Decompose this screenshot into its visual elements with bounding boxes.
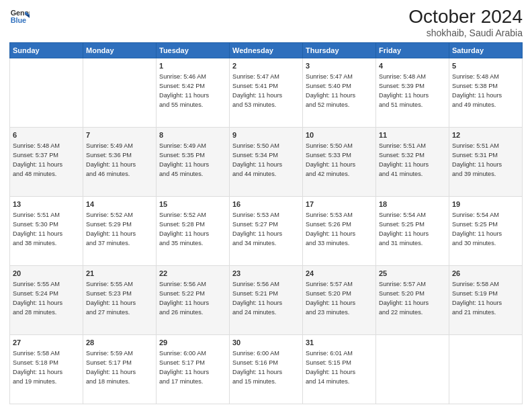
table-row: 22Sunrise: 5:56 AM Sunset: 5:22 PM Dayli… [157, 265, 230, 334]
svg-text:Blue: Blue [11, 16, 26, 24]
cell-info: Sunrise: 5:49 AM Sunset: 5:36 PM Dayligh… [86, 142, 153, 179]
cell-info: Sunrise: 5:55 AM Sunset: 5:24 PM Dayligh… [13, 280, 80, 317]
col-header-tuesday: Tuesday [157, 42, 230, 58]
cell-info: Sunrise: 5:55 AM Sunset: 5:23 PM Dayligh… [86, 280, 153, 317]
cell-info: Sunrise: 5:56 AM Sunset: 5:21 PM Dayligh… [232, 280, 300, 317]
table-row: 15Sunrise: 5:52 AM Sunset: 5:28 PM Dayli… [157, 196, 230, 265]
table-row: 23Sunrise: 5:56 AM Sunset: 5:21 PM Dayli… [230, 265, 303, 334]
cell-info: Sunrise: 5:56 AM Sunset: 5:22 PM Dayligh… [159, 280, 226, 317]
calendar-table: SundayMondayTuesdayWednesdayThursdayFrid… [9, 42, 523, 404]
cell-info: Sunrise: 5:50 AM Sunset: 5:34 PM Dayligh… [232, 142, 300, 179]
col-header-saturday: Saturday [449, 42, 523, 58]
day-number: 11 [379, 130, 446, 140]
col-header-friday: Friday [376, 42, 449, 58]
day-number: 1 [159, 61, 226, 71]
cell-info: Sunrise: 5:48 AM Sunset: 5:38 PM Dayligh… [452, 73, 519, 109]
cell-info: Sunrise: 5:53 AM Sunset: 5:27 PM Dayligh… [232, 211, 300, 248]
cell-info: Sunrise: 5:49 AM Sunset: 5:35 PM Dayligh… [159, 142, 226, 179]
day-number: 31 [306, 338, 373, 348]
day-number: 24 [306, 269, 373, 279]
table-row: 19Sunrise: 5:54 AM Sunset: 5:25 PM Dayli… [449, 196, 523, 265]
day-number: 13 [13, 199, 80, 210]
day-number: 5 [452, 61, 519, 71]
table-row: 9Sunrise: 5:50 AM Sunset: 5:34 PM Daylig… [230, 127, 303, 196]
cell-info: Sunrise: 5:58 AM Sunset: 5:18 PM Dayligh… [13, 349, 80, 386]
col-header-monday: Monday [83, 42, 157, 58]
table-row: 13Sunrise: 5:51 AM Sunset: 5:30 PM Dayli… [10, 196, 83, 265]
day-number: 25 [379, 269, 446, 279]
day-number: 21 [86, 269, 153, 279]
day-number: 8 [159, 130, 226, 140]
cell-info: Sunrise: 5:50 AM Sunset: 5:33 PM Dayligh… [306, 142, 373, 179]
day-number: 9 [232, 130, 300, 140]
day-number: 14 [86, 199, 153, 210]
day-number: 2 [232, 61, 300, 71]
cell-info: Sunrise: 5:54 AM Sunset: 5:25 PM Dayligh… [379, 211, 446, 248]
table-row: 6Sunrise: 5:48 AM Sunset: 5:37 PM Daylig… [10, 127, 83, 196]
table-row: 10Sunrise: 5:50 AM Sunset: 5:33 PM Dayli… [303, 127, 376, 196]
cell-info: Sunrise: 5:53 AM Sunset: 5:26 PM Dayligh… [306, 211, 373, 248]
day-number: 6 [13, 130, 80, 140]
col-header-wednesday: Wednesday [230, 42, 303, 58]
cell-info: Sunrise: 5:51 AM Sunset: 5:31 PM Dayligh… [452, 142, 519, 179]
title-block: October 2024 shokhaib, Saudi Arabia [408, 7, 523, 38]
table-row: 14Sunrise: 5:52 AM Sunset: 5:29 PM Dayli… [83, 196, 157, 265]
cell-info: Sunrise: 5:51 AM Sunset: 5:32 PM Dayligh… [379, 142, 446, 179]
col-header-thursday: Thursday [303, 42, 376, 58]
cell-info: Sunrise: 5:47 AM Sunset: 5:41 PM Dayligh… [232, 73, 300, 109]
cell-info: Sunrise: 5:52 AM Sunset: 5:28 PM Dayligh… [159, 211, 226, 248]
table-row: 16Sunrise: 5:53 AM Sunset: 5:27 PM Dayli… [230, 196, 303, 265]
day-number: 19 [452, 199, 519, 210]
table-row: 3Sunrise: 5:47 AM Sunset: 5:40 PM Daylig… [303, 58, 376, 127]
page: General Blue October 2024 shokhaib, Saud… [0, 0, 532, 411]
table-row: 18Sunrise: 5:54 AM Sunset: 5:25 PM Dayli… [376, 196, 449, 265]
table-row: 7Sunrise: 5:49 AM Sunset: 5:36 PM Daylig… [83, 127, 157, 196]
day-number: 10 [306, 130, 373, 140]
cell-info: Sunrise: 6:00 AM Sunset: 5:16 PM Dayligh… [232, 349, 300, 386]
day-number: 18 [379, 199, 446, 210]
header: General Blue October 2024 shokhaib, Saud… [9, 7, 523, 38]
cell-info: Sunrise: 5:54 AM Sunset: 5:25 PM Dayligh… [452, 211, 519, 248]
cell-info: Sunrise: 5:58 AM Sunset: 5:19 PM Dayligh… [452, 280, 519, 317]
table-row: 12Sunrise: 5:51 AM Sunset: 5:31 PM Dayli… [449, 127, 523, 196]
day-number: 12 [452, 130, 519, 140]
table-row [83, 58, 157, 127]
day-number: 17 [306, 199, 373, 210]
table-row [449, 334, 523, 404]
table-row: 4Sunrise: 5:48 AM Sunset: 5:39 PM Daylig… [376, 58, 449, 127]
cell-info: Sunrise: 5:59 AM Sunset: 5:17 PM Dayligh… [86, 349, 153, 386]
table-row: 21Sunrise: 5:55 AM Sunset: 5:23 PM Dayli… [83, 265, 157, 334]
day-number: 20 [13, 269, 80, 279]
logo-icon: General Blue [9, 7, 30, 27]
table-row: 30Sunrise: 6:00 AM Sunset: 5:16 PM Dayli… [230, 334, 303, 404]
table-row: 2Sunrise: 5:47 AM Sunset: 5:41 PM Daylig… [230, 58, 303, 127]
main-title: October 2024 [408, 7, 523, 28]
table-row: 31Sunrise: 6:01 AM Sunset: 5:15 PM Dayli… [303, 334, 376, 404]
day-number: 3 [306, 61, 373, 71]
day-number: 30 [232, 338, 300, 348]
table-row: 8Sunrise: 5:49 AM Sunset: 5:35 PM Daylig… [157, 127, 230, 196]
cell-info: Sunrise: 6:00 AM Sunset: 5:17 PM Dayligh… [159, 349, 226, 386]
cell-info: Sunrise: 5:52 AM Sunset: 5:29 PM Dayligh… [86, 211, 153, 248]
sub-title: shokhaib, Saudi Arabia [408, 28, 523, 38]
table-row: 24Sunrise: 5:57 AM Sunset: 5:20 PM Dayli… [303, 265, 376, 334]
col-header-sunday: Sunday [10, 42, 83, 58]
table-row: 25Sunrise: 5:57 AM Sunset: 5:20 PM Dayli… [376, 265, 449, 334]
table-row: 11Sunrise: 5:51 AM Sunset: 5:32 PM Dayli… [376, 127, 449, 196]
table-row: 26Sunrise: 5:58 AM Sunset: 5:19 PM Dayli… [449, 265, 523, 334]
cell-info: Sunrise: 5:57 AM Sunset: 5:20 PM Dayligh… [379, 280, 446, 317]
day-number: 29 [159, 338, 226, 348]
day-number: 28 [86, 338, 153, 348]
day-number: 16 [232, 199, 300, 210]
table-row: 20Sunrise: 5:55 AM Sunset: 5:24 PM Dayli… [10, 265, 83, 334]
cell-info: Sunrise: 5:47 AM Sunset: 5:40 PM Dayligh… [306, 73, 373, 109]
table-row: 27Sunrise: 5:58 AM Sunset: 5:18 PM Dayli… [10, 334, 83, 404]
cell-info: Sunrise: 5:51 AM Sunset: 5:30 PM Dayligh… [13, 211, 80, 248]
day-number: 7 [86, 130, 153, 140]
day-number: 23 [232, 269, 300, 279]
cell-info: Sunrise: 5:48 AM Sunset: 5:39 PM Dayligh… [379, 73, 446, 109]
day-number: 15 [159, 199, 226, 210]
day-number: 27 [13, 338, 80, 348]
table-row: 29Sunrise: 6:00 AM Sunset: 5:17 PM Dayli… [157, 334, 230, 404]
day-number: 22 [159, 269, 226, 279]
